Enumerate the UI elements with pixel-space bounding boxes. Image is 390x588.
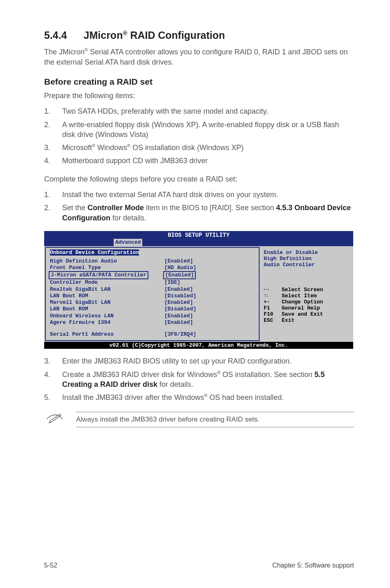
bios-val: [Disabled] — [164, 293, 196, 299]
bios-val-boxed: [Enabled] — [163, 271, 196, 279]
nav-sym: F1 — [264, 305, 282, 311]
complete-list: 1.Install the two external Serial ATA ha… — [44, 190, 354, 223]
bios-val: [Disabled] — [164, 306, 196, 312]
txt: for details. — [110, 214, 146, 222]
page-footer: 5-52 Chapter 5: Software support — [44, 562, 354, 569]
txt: for details. — [157, 380, 193, 388]
intro-paragraph: The JMicron® Serial ATA controller allow… — [44, 47, 354, 67]
registered-sup: ® — [217, 370, 220, 375]
registered-sup: ® — [127, 143, 130, 148]
page-number: 5-52 — [44, 562, 57, 569]
list-text: Install the JMB363 driver after the Wind… — [62, 393, 354, 402]
bios-val: [Enabled] — [164, 286, 193, 293]
bold: Controller Mode — [87, 204, 144, 212]
ms: Microsoft — [62, 144, 92, 152]
txt: item in the BIOS to [RAID]. See section — [144, 204, 276, 212]
prepare-list: 1.Two SATA HDDs, preferably with the sam… — [44, 106, 354, 166]
nav-label: Change Option — [282, 299, 323, 305]
list-text: Set the Controller Mode item in the BIOS… — [62, 203, 354, 223]
nav-sym: ESC — [264, 317, 282, 323]
list-item: 2.A write-enabled floppy disk (Windows X… — [44, 120, 354, 140]
registered-sup: ® — [123, 29, 127, 36]
section-heading: 5.4.4 JMicron® RAID Configuration — [44, 29, 354, 41]
nav-label: Select Item — [282, 293, 317, 299]
list-item: 1.Two SATA HDDs, preferably with the sam… — [44, 106, 354, 116]
list-text: Motherboard support CD with JMB363 drive… — [62, 156, 354, 166]
bios-tab-advanced: Advanced — [114, 239, 142, 246]
rest: OS installation disk (Windows XP) — [130, 144, 244, 152]
bios-key: High Definition Audio — [50, 258, 164, 265]
list-text: Create a JMB363 RAID driver disk for Win… — [62, 370, 354, 390]
bios-row: Serial Port1 Address[3F8/IRQ4] — [50, 331, 255, 338]
list-item: 5. Install the JMB363 driver after the W… — [44, 393, 354, 402]
bios-val: [Enabled] — [164, 299, 193, 306]
bios-row: Front Panel Type[HD Audio] — [50, 265, 255, 271]
bios-key-boxed: J-Micron eSATA/PATA Controller — [49, 271, 148, 279]
nav-sym: F10 — [264, 311, 282, 317]
nav-sym: ←→ — [264, 287, 282, 293]
nav-sym: ↑↓ — [264, 293, 282, 299]
before-creating-head: Before creating a RAID set — [44, 77, 354, 87]
intro-pre: The JMicron — [44, 48, 85, 56]
bios-help-line: Enable or Disable — [264, 249, 350, 256]
section-title-pre: JMicron — [84, 29, 123, 41]
bios-key: Agere Firewire 1394 — [50, 319, 164, 326]
bios-key: Marvell GigaBit LAN — [50, 299, 164, 306]
after-list: 3.Enter the JMB363 RAID BIOS utility to … — [44, 356, 354, 402]
bios-row-empty — [50, 326, 255, 331]
bios-key: Onboard Wireless LAN — [50, 313, 164, 319]
section-title-post: RAID Configuration — [127, 29, 225, 41]
bios-val: [Enabled] — [164, 313, 193, 319]
list-item: 4.Motherboard support CD with JMB363 dri… — [44, 156, 354, 166]
bios-row: High Definition Audio[Enabled] — [50, 258, 255, 265]
intro-post: Serial ATA controller allows you to conf… — [44, 48, 348, 66]
bios-row: Marvell GigaBit LAN[Enabled] — [50, 299, 255, 306]
bios-title: BIOS SETUP UTILITY — [44, 231, 353, 239]
registered-sup: ® — [92, 143, 95, 148]
bios-row: Agere Firewire 1394[Enabled] — [50, 319, 255, 326]
list-text: Two SATA HDDs, preferably with the same … — [62, 106, 354, 116]
bios-row: J-Micron eSATA/PATA Controller[Enabled] — [50, 271, 255, 279]
list-text: Enter the JMB363 RAID BIOS utility to se… — [62, 356, 354, 366]
list-item: 3.Microsoft® Windows® OS installation di… — [44, 143, 354, 153]
bios-key: Controller Mode — [50, 279, 164, 286]
list-text: A write-enabled floppy disk (Windows XP)… — [62, 120, 354, 140]
list-text: Microsoft® Windows® OS installation disk… — [62, 143, 354, 153]
bios-row: LAN Boot ROM[Disabled] — [50, 306, 255, 312]
txt: OS installation. See section — [220, 370, 314, 379]
win: Windows — [95, 144, 127, 152]
bios-menu-bar: Advanced — [44, 239, 353, 246]
nav-label: Exit — [282, 317, 294, 323]
note-callout: Always install the JMB363 driver before … — [44, 412, 354, 427]
bios-key: Serial Port1 Address — [50, 331, 164, 338]
pencil-note-icon — [44, 412, 65, 426]
bios-left-panel: Onboard Device Configuration High Defini… — [45, 247, 260, 341]
bios-val: [3F8/IRQ4] — [164, 331, 196, 338]
bios-key: Front Panel Type — [50, 265, 164, 271]
nav-label: Save and Exit — [282, 311, 323, 317]
bios-val: [HD Audio] — [164, 265, 196, 271]
note-text: Always install the JMB363 driver before … — [76, 412, 354, 427]
bios-group-head: Onboard Device Configuration — [50, 249, 139, 256]
bios-main: Onboard Device Configuration High Defini… — [44, 246, 353, 342]
txt: Create a JMB363 RAID driver disk for Win… — [62, 370, 217, 379]
list-item: 1.Install the two external Serial ATA ha… — [44, 190, 354, 200]
bios-screenshot: BIOS SETUP UTILITY Advanced Onboard Devi… — [44, 231, 353, 349]
nav-sym: +- — [264, 299, 282, 305]
prepare-text: Prepare the following items: — [44, 91, 354, 101]
complete-intro: Complete the following steps before you … — [44, 174, 354, 184]
bios-right-panel: Enable or Disable High Definition Audio … — [260, 247, 352, 341]
bios-row: Realtek GigaBit LAN[Enabled] — [50, 286, 255, 293]
bios-help-line: Audio Controller — [264, 262, 350, 268]
list-text: Install the two external Serial ATA hard… — [62, 190, 354, 200]
bios-val: [Enabled] — [164, 319, 193, 326]
nav-label: General Help — [282, 305, 320, 311]
bios-row: Controller Mode[IDE] — [50, 279, 255, 286]
bios-val: [Enabled] — [164, 258, 193, 265]
bios-row: Onboard Wireless LAN[Enabled] — [50, 313, 255, 319]
list-item: 2. Set the Controller Mode item in the B… — [44, 203, 354, 223]
txt: OS had been installed. — [207, 393, 284, 402]
chapter-label: Chapter 5: Software support — [272, 562, 354, 569]
bios-footer: v02.61 (C)Copyright 1985-2007, American … — [44, 342, 353, 349]
bios-key: Realtek GigaBit LAN — [50, 286, 164, 293]
